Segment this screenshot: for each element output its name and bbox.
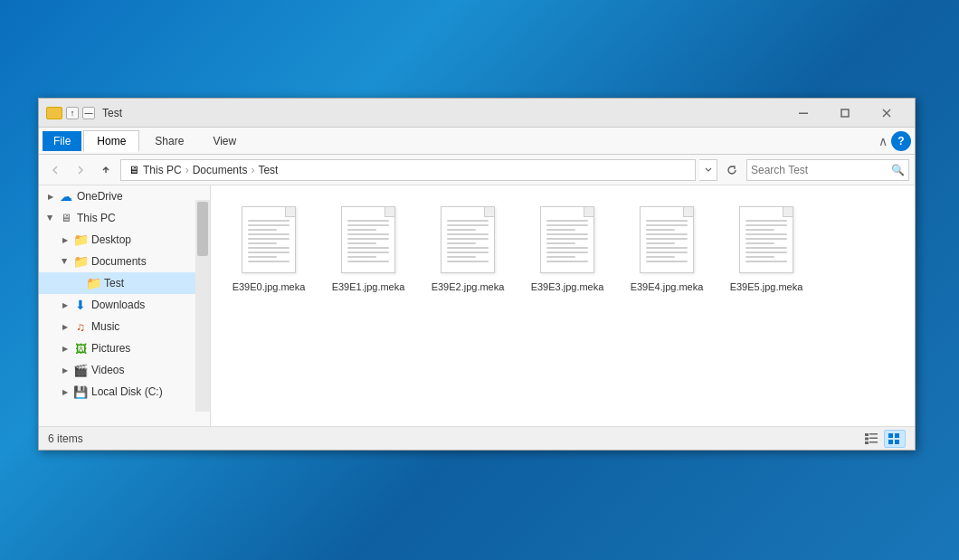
back-button[interactable]	[44, 159, 66, 181]
sidebar-item-localdisk[interactable]: ▶ 💾 Local Disk (C:)	[39, 381, 210, 403]
arrow-thispc: ▶	[46, 214, 55, 223]
sidebar-label-documents: Documents	[91, 255, 203, 268]
pin-icon: —	[82, 107, 95, 119]
svg-rect-11	[895, 433, 899, 438]
view-controls	[860, 430, 906, 448]
file-name-0: E39E0.jpg.meka	[233, 280, 306, 293]
status-bar: 6 items	[39, 426, 915, 450]
disk-icon: 💾	[73, 384, 88, 399]
tab-share[interactable]: Share	[141, 130, 197, 152]
svg-rect-1	[841, 109, 849, 117]
sidebar: ▶ ☁ OneDrive ▶ 🖥 This PC ▶ 📁 Desktop ▶ 📁…	[39, 185, 211, 426]
sidebar-label-music: Music	[91, 320, 203, 333]
address-path[interactable]: 🖥 This PC › Documents › Test	[120, 159, 696, 181]
forward-button[interactable]	[70, 159, 91, 181]
item-count: 6 items	[48, 432, 83, 445]
refresh-button[interactable]	[721, 159, 743, 181]
crumb-test[interactable]: Test	[258, 164, 278, 176]
file-icon-2	[439, 204, 497, 275]
tab-home[interactable]: Home	[83, 130, 139, 152]
documents-icon: 📁	[73, 254, 88, 269]
svg-rect-12	[888, 440, 893, 444]
help-button[interactable]: ?	[891, 131, 911, 151]
up-button[interactable]	[95, 159, 117, 181]
address-dropdown[interactable]	[699, 159, 717, 181]
sidebar-item-desktop[interactable]: ▶ 📁 Desktop	[39, 229, 210, 251]
sidebar-item-pictures[interactable]: ▶ 🖼 Pictures	[39, 337, 210, 359]
address-bar: 🖥 This PC › Documents › Test 🔍	[39, 155, 915, 185]
search-icon[interactable]: 🔍	[891, 164, 905, 176]
window-controls	[783, 99, 907, 128]
file-icon-1	[339, 204, 397, 275]
sidebar-scroll-thumb[interactable]	[197, 202, 208, 256]
svg-rect-10	[888, 433, 893, 438]
sidebar-item-music[interactable]: ▶ ♫ Music	[39, 316, 210, 337]
sidebar-item-test[interactable]: 📁 Test	[39, 272, 210, 294]
search-input[interactable]	[751, 164, 888, 176]
sidebar-item-downloads[interactable]: ▶ ⬇ Downloads	[39, 294, 210, 316]
file-item-3[interactable]: E39E3.jpg.meka	[522, 198, 612, 299]
file-item-2[interactable]: E39E2.jpg.meka	[423, 198, 513, 299]
file-item-5[interactable]: E39E5.jpg.meka	[721, 198, 812, 299]
folder-icon-large	[46, 107, 62, 119]
main-area: ▶ ☁ OneDrive ▶ 🖥 This PC ▶ 📁 Desktop ▶ 📁…	[39, 185, 915, 426]
file-icon-5	[737, 204, 795, 275]
sidebar-scrollbar[interactable]	[195, 200, 210, 412]
arrow-videos: ▶	[61, 365, 70, 375]
arrow-localdisk: ▶	[61, 387, 70, 396]
ribbon-collapse-btn[interactable]: ∧	[878, 134, 888, 148]
files-grid: E39E0.jpg.meka E39E1.jpg.meka E39E2.jpg.…	[220, 195, 906, 303]
crumb-documents[interactable]: Documents	[193, 164, 248, 176]
file-icon-3	[538, 204, 596, 275]
svg-rect-8	[865, 441, 869, 444]
title-icons: ↑ —	[46, 107, 95, 119]
pc-icon-sidebar: 🖥	[59, 211, 73, 225]
test-folder-icon: 📁	[86, 276, 100, 290]
sidebar-item-documents[interactable]: ▶ 📁 Documents	[39, 251, 210, 272]
pictures-icon: 🖼	[73, 341, 88, 356]
svg-rect-9	[869, 441, 878, 443]
sidebar-item-thispc[interactable]: ▶ 🖥 This PC	[39, 207, 210, 229]
file-item-4[interactable]: E39E4.jpg.meka	[622, 198, 712, 299]
file-icon-4	[638, 204, 696, 275]
maximize-button[interactable]	[824, 99, 866, 128]
svg-rect-13	[895, 440, 899, 444]
quick-access-icon: ↑	[66, 107, 79, 119]
sidebar-label-pictures: Pictures	[91, 342, 203, 355]
svg-rect-6	[865, 437, 869, 440]
file-name-4: E39E4.jpg.meka	[631, 280, 704, 293]
onedrive-icon: ☁	[59, 189, 73, 204]
content-area: E39E0.jpg.meka E39E1.jpg.meka E39E2.jpg.…	[211, 185, 915, 426]
window-title: Test	[102, 107, 783, 119]
music-icon: ♫	[73, 319, 88, 334]
file-icon-0	[240, 204, 298, 275]
svg-rect-5	[869, 433, 878, 435]
minimize-button[interactable]	[783, 99, 824, 128]
arrow-music: ▶	[61, 322, 70, 331]
title-bar: ↑ — Test	[39, 99, 915, 128]
tab-file[interactable]: File	[43, 131, 81, 151]
desktop-icon: 📁	[73, 233, 88, 247]
file-item-1[interactable]: E39E1.jpg.meka	[323, 198, 413, 299]
downloads-icon: ⬇	[73, 298, 88, 312]
ribbon-tabs: File Home Share View ∧ ?	[39, 128, 915, 155]
close-button[interactable]	[866, 99, 907, 128]
sidebar-item-videos[interactable]: ▶ 🎬 Videos	[39, 359, 210, 381]
sidebar-label-videos: Videos	[91, 364, 203, 376]
crumb-thispc[interactable]: This PC	[143, 164, 182, 176]
pc-icon: 🖥	[127, 163, 141, 177]
large-icons-view-btn[interactable]	[884, 430, 906, 448]
file-name-5: E39E5.jpg.meka	[730, 280, 803, 293]
tab-view[interactable]: View	[199, 130, 250, 152]
details-view-btn[interactable]	[860, 430, 882, 448]
file-item-0[interactable]: E39E0.jpg.meka	[223, 198, 314, 299]
arrow-downloads: ▶	[61, 300, 70, 309]
file-name-1: E39E1.jpg.meka	[332, 280, 405, 293]
ribbon: File Home Share View ∧ ?	[39, 128, 915, 155]
file-name-2: E39E2.jpg.meka	[432, 280, 505, 293]
sidebar-item-onedrive[interactable]: ▶ ☁ OneDrive	[39, 185, 210, 207]
search-box[interactable]: 🔍	[746, 159, 909, 181]
svg-rect-4	[865, 433, 869, 436]
svg-rect-7	[869, 437, 878, 439]
explorer-window: ↑ — Test File Home Share View ∧ ?	[38, 98, 916, 451]
